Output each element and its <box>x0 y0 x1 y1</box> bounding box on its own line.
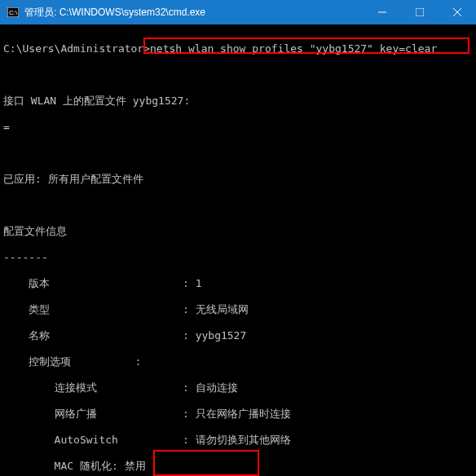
autoswitch-label: AutoSwitch <box>3 434 183 447</box>
type-value: : 无线局域网 <box>183 303 249 316</box>
cmd-icon: C:\ <box>7 6 20 19</box>
conn-mode-value: : 自动连接 <box>183 381 238 394</box>
terminal-output[interactable]: C:\Users\Administrator>netsh wlan show p… <box>0 24 476 476</box>
mac-label: MAC 随机化: 禁用 <box>3 460 473 473</box>
section-profile-info: 配置文件信息 <box>3 225 473 238</box>
autoswitch-value: : 请勿切换到其他网络 <box>183 434 291 447</box>
svg-text:C:\: C:\ <box>9 9 18 16</box>
header-separator: = <box>3 121 473 134</box>
name-label: 名称 <box>3 329 183 342</box>
conn-mode-label: 连接模式 <box>3 381 183 394</box>
close-button[interactable] <box>439 0 476 24</box>
minimize-button[interactable] <box>364 0 401 24</box>
ctrl-label: 控制选项 : <box>3 355 473 368</box>
name-value: : yybg1527 <box>183 329 246 342</box>
header-line: 接口 WLAN 上的配置文件 yybg1527: <box>3 95 473 108</box>
window-titlebar: C:\ 管理员: C:\WINDOWS\system32\cmd.exe <box>0 0 476 24</box>
window-title: 管理员: C:\WINDOWS\system32\cmd.exe <box>24 6 205 20</box>
net-bcast-label: 网络广播 <box>3 408 183 421</box>
version-value: : 1 <box>183 277 201 290</box>
applied-line: 已应用: 所有用户配置文件件 <box>3 173 473 186</box>
maximize-button[interactable] <box>401 0 439 24</box>
net-bcast-value: : 只在网络广播时连接 <box>183 408 291 421</box>
svg-rect-3 <box>416 8 424 16</box>
separator: ------- <box>3 251 473 264</box>
version-label: 版本 <box>3 277 183 290</box>
command-text: netsh wlan show profiles "yybg1527" key=… <box>150 42 437 55</box>
type-label: 类型 <box>3 303 183 316</box>
prompt-path: C:\Users\Administrator> <box>3 42 150 55</box>
